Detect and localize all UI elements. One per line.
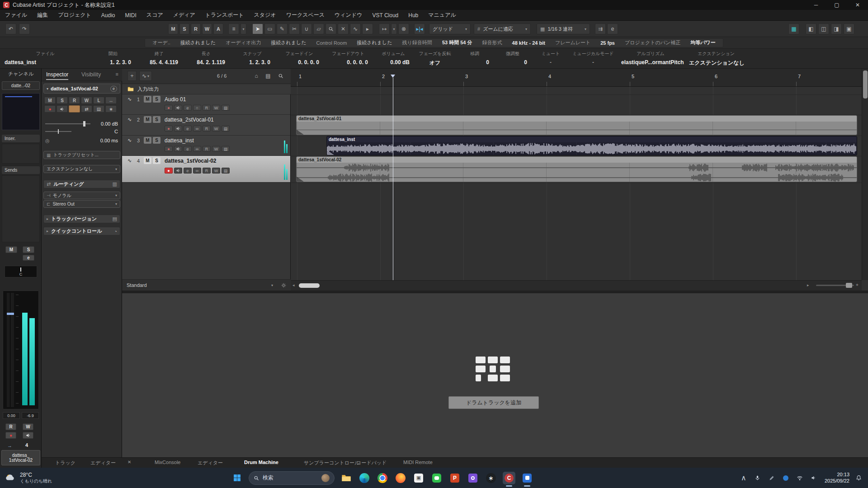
track-row-2stvocal[interactable]: ∿ 2 M S dattesa_2stVocal-01 ● e ∞ R W ▤ <box>122 115 290 136</box>
tray-chevron-icon[interactable]: ∧ <box>739 473 749 483</box>
track-name[interactable]: dattesa_inst <box>165 137 194 144</box>
zoom-preset-dropdown[interactable]: #ズームに適応▾ <box>474 23 531 34</box>
info-fadein-value[interactable]: 0. 0. 0. 0 <box>275 59 324 66</box>
v-scroll-thumb[interactable] <box>863 70 868 99</box>
monitor-button[interactable] <box>174 146 182 152</box>
track-preset-dropdown[interactable]: ▦ トラックプリセット... <box>43 151 120 159</box>
volume-fader[interactable] <box>7 293 14 407</box>
inspector-mute-button[interactable]: M <box>44 97 56 104</box>
record-enable-button[interactable]: ● <box>165 126 173 131</box>
inspector-show-lanes-button[interactable]: ▤ <box>93 105 104 113</box>
link-button[interactable]: ∞ <box>193 126 201 131</box>
track-row-audio01[interactable]: ∿ 1 M S Audio 01 ● e ○ R W ▤ <box>122 94 290 115</box>
redo-button[interactable]: ↷ <box>19 23 30 34</box>
input-routing-dropdown[interactable]: ⊣ モノラル ▾ <box>43 192 120 199</box>
menu-project[interactable]: プロジェクト <box>53 10 96 20</box>
inspector-volume-value[interactable]: 0.00 dB <box>101 121 118 127</box>
fade-in-handle[interactable] <box>297 130 304 135</box>
menu-score[interactable]: スコア <box>142 10 168 20</box>
tray-pen-icon[interactable] <box>767 473 777 483</box>
mute-tool[interactable]: ✕ <box>338 23 349 34</box>
pan-control[interactable]: C <box>5 266 37 277</box>
record-enable-button[interactable]: ● <box>165 168 173 174</box>
track-versions-section-header[interactable]: ▸ トラックバージョン ▤ <box>43 215 120 223</box>
grid-type-dropdown[interactable]: グリッド▾ <box>429 23 471 34</box>
global-automation-button[interactable]: A <box>213 23 223 34</box>
automation-panel-button[interactable]: ≡ <box>228 23 239 34</box>
info-phase-value[interactable]: オフ <box>414 59 456 67</box>
inspector-lanes-button[interactable]: ⇄ <box>81 105 92 113</box>
window-layout-setup-button[interactable]: ▣ <box>844 23 854 34</box>
write-button[interactable]: W <box>212 168 220 174</box>
find-track-button[interactable] <box>276 71 286 81</box>
gear-icon[interactable] <box>281 283 286 288</box>
menu-transport[interactable]: トランスポート <box>200 10 249 20</box>
info-end-value[interactable]: 85. 4. 4.119 <box>136 59 183 66</box>
inspector-volume-slider[interactable] <box>45 121 90 127</box>
automation-options-caret[interactable]: ▾ <box>241 23 246 34</box>
info-volume-value[interactable]: 0.00 dB <box>373 59 414 66</box>
line-tool[interactable]: ∿ <box>350 23 361 34</box>
delay-knob-icon[interactable]: ◎ <box>45 138 50 144</box>
inspector-musical-mode-button[interactable]: ∗ <box>105 105 117 113</box>
maximize-button[interactable]: ▢ <box>826 0 847 10</box>
scroll-right-arrow[interactable]: ▸ <box>807 283 809 287</box>
lanes-button[interactable]: ▤ <box>222 105 230 111</box>
fader-cap[interactable] <box>7 313 14 315</box>
write-button[interactable]: W <box>212 146 220 152</box>
menu-hub[interactable]: Hub <box>403 10 423 20</box>
playhead-marker[interactable] <box>391 75 395 78</box>
info-length-value[interactable]: 84. 2. 1.119 <box>183 59 230 66</box>
channel-solo-button[interactable]: S <box>23 246 34 253</box>
scroll-left-arrow[interactable]: ◂ <box>292 283 295 287</box>
minimize-button[interactable]: ─ <box>806 0 826 10</box>
audio-event-1stvocal[interactable]: dattesa_1stVocal-02 <box>296 156 857 182</box>
channel-record-button[interactable]: ● <box>5 432 16 439</box>
menu-workspace[interactable]: ワークスペース <box>281 10 330 20</box>
global-mute-button[interactable]: M <box>168 23 178 34</box>
tray-wifi-icon[interactable] <box>795 473 805 483</box>
monitor-button[interactable] <box>174 126 182 131</box>
track-name[interactable]: dattesa_1stVocal-02 <box>165 158 217 164</box>
channel-track-name[interactable]: dattesa_1stVocal-02 <box>1 450 40 465</box>
channel-write-button[interactable]: W <box>23 423 33 430</box>
insert-bypass-button[interactable]: ○ <box>193 105 201 111</box>
pan-slider-handle[interactable] <box>58 129 59 134</box>
left-zone-tab-editor[interactable]: エディター <box>90 460 116 466</box>
draw-tool[interactable]: ✎ <box>277 23 288 34</box>
vertical-scrollbar[interactable] <box>862 69 868 280</box>
inspector-read-button[interactable]: R <box>69 97 80 104</box>
menu-manual[interactable]: マニュアル <box>423 10 461 20</box>
inspector-track-header[interactable]: ▾ dattesa_1stVocal-02 e <box>43 84 120 94</box>
zoom-in-icon[interactable]: + <box>856 282 859 287</box>
menu-window[interactable]: ウィンドウ <box>330 10 367 20</box>
track-list-view-button[interactable]: ▤ <box>263 71 273 81</box>
info-start-value[interactable]: 1. 2. 3. 0 <box>90 59 136 66</box>
info-algorithm-value[interactable]: elastiqueP...ormantPitch <box>617 59 684 66</box>
fader-value[interactable]: 0.00 <box>3 412 20 419</box>
zoom-slider-thumb[interactable] <box>846 283 852 288</box>
tab-inspector[interactable]: Inspector <box>46 71 68 80</box>
undo-button[interactable]: ↶ <box>5 23 16 34</box>
tray-onedrive-icon[interactable] <box>781 473 791 483</box>
write-button[interactable]: W <box>212 105 220 111</box>
inspector-listen-button[interactable]: L <box>93 97 104 104</box>
snap-zero-crossing-button[interactable]: ⊗ <box>398 23 409 34</box>
write-button[interactable]: W <box>212 126 220 131</box>
fade-in-handle[interactable] <box>327 150 334 155</box>
add-drum-track-button[interactable]: ドラムトラックを追加 <box>448 396 539 409</box>
record-enable-button[interactable]: ● <box>165 105 173 111</box>
taskbar-firefox[interactable] <box>394 472 407 484</box>
inspector-pan-value[interactable]: C <box>114 129 118 134</box>
timeline-ruler[interactable]: 1 2 3 4 5 6 7 <box>291 69 862 87</box>
inspector-pan-slider[interactable] <box>45 129 71 134</box>
left-zone-toggle-button[interactable]: ◧ <box>806 23 816 34</box>
inspector-write-button[interactable]: W <box>81 97 92 104</box>
range-selection-tool[interactable]: ▭ <box>264 23 275 34</box>
taskbar-app-green[interactable] <box>430 472 443 484</box>
channel-mute-button[interactable]: M <box>5 246 17 253</box>
link-button[interactable]: ∞ <box>193 146 201 152</box>
taskbar-chrome[interactable] <box>376 472 389 484</box>
lower-tab-editor[interactable]: エディター <box>198 460 223 466</box>
lanes-button[interactable]: ▤ <box>222 126 230 131</box>
